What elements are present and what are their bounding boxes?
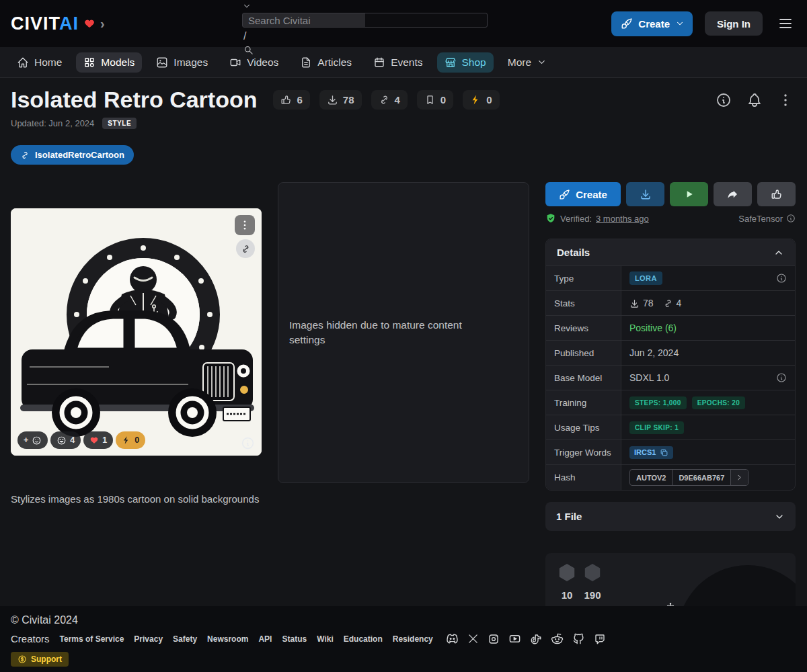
files-label: 1 File	[556, 511, 582, 522]
page-footer: © Civitai 2024 Creators Terms of Service…	[0, 606, 807, 672]
notify-button[interactable]	[744, 89, 765, 111]
nav-label: Shop	[462, 56, 486, 69]
image-options-button[interactable]	[235, 215, 255, 235]
thumb-up-icon	[771, 188, 783, 200]
footer-creators-link[interactable]: Creators	[11, 633, 50, 644]
bell-plus-icon	[746, 92, 763, 108]
footer-link-api[interactable]: API	[258, 634, 272, 644]
add-reaction-button[interactable]: +	[17, 431, 48, 449]
instagram-link[interactable]	[488, 633, 500, 645]
x-icon	[467, 633, 479, 644]
detail-row-usage: Usage Tips CLIP SKIP: 1	[546, 415, 795, 440]
twitch-link[interactable]	[594, 633, 606, 645]
footer-link-newsroom[interactable]: Newsroom	[207, 634, 248, 644]
chevron-down-icon[interactable]	[242, 1, 252, 11]
links-chip[interactable]: 4	[371, 90, 408, 110]
base-model-info-button[interactable]	[776, 372, 787, 383]
details-header[interactable]: Details	[546, 239, 795, 266]
search-input[interactable]	[242, 13, 488, 28]
trigger-word-badge[interactable]: IRCS1	[629, 446, 673, 459]
support-button[interactable]: Support	[11, 652, 69, 667]
footer-link-status[interactable]: Status	[282, 634, 307, 644]
top-header: CIVITAI › / Create Sign In	[0, 0, 807, 47]
youtube-icon	[508, 632, 521, 645]
verified-time-link[interactable]: 3 months ago	[596, 214, 649, 224]
updated-date: Updated: Jun 2, 2024	[11, 118, 94, 128]
laugh-icon	[56, 435, 67, 446]
type-info-button[interactable]	[776, 273, 787, 284]
detail-label: Reviews	[546, 316, 621, 340]
footer-link-safety[interactable]: Safety	[173, 634, 197, 644]
category-badge[interactable]: STYLE	[102, 118, 137, 129]
hash-expand-button[interactable]	[730, 470, 748, 485]
nav-item-more[interactable]: More	[500, 52, 554, 73]
nav-item-models[interactable]: Models	[76, 52, 142, 73]
copy-icon	[660, 448, 668, 457]
discord-link[interactable]	[446, 632, 459, 645]
reddit-icon	[551, 632, 564, 645]
bookmarks-chip[interactable]: 0	[417, 90, 453, 110]
footer-link-residency[interactable]: Residency	[393, 634, 433, 644]
create-button[interactable]: Create	[611, 11, 693, 36]
reviews-link[interactable]: Positive (6)	[629, 323, 677, 333]
nav-label: Events	[391, 56, 422, 69]
zap-reaction-chip[interactable]: 0	[116, 431, 145, 449]
search-icon[interactable]	[242, 44, 254, 56]
download-button[interactable]	[626, 182, 664, 206]
detail-row-training: Training STEPS: 1,000 EPOCHS: 20	[546, 390, 795, 415]
training-epochs-badge: EPOCHS: 20	[692, 396, 745, 409]
preview-column: + 4 1 0	[11, 182, 262, 505]
detail-row-type: Type LORA	[546, 266, 795, 291]
thumbs-up-button[interactable]	[757, 182, 796, 206]
calendar-icon	[373, 56, 385, 69]
support-label: Support	[31, 655, 62, 664]
chevron-right-icon	[735, 473, 744, 482]
model-preview-card[interactable]: + 4 1 0	[11, 208, 262, 456]
detail-row-reviews: Reviews Positive (6)	[546, 316, 795, 341]
civitai-logo[interactable]: CIVITAI ›	[11, 13, 105, 34]
hash-type[interactable]: AUTOV2	[630, 470, 672, 485]
info-circle-icon	[776, 372, 787, 383]
detail-row-trigger-words: Trigger Words IRCS1	[546, 440, 795, 465]
link-icon	[379, 94, 390, 106]
footer-link-terms[interactable]: Terms of Service	[60, 634, 124, 644]
training-steps-badge: STEPS: 1,000	[629, 396, 687, 409]
creator-card[interactable]: 10 190	[545, 553, 796, 606]
files-panel[interactable]: 1 File	[545, 502, 796, 531]
menu-button[interactable]	[775, 13, 796, 34]
youtube-link[interactable]	[508, 632, 521, 645]
footer-link-wiki[interactable]: Wiki	[317, 634, 334, 644]
likes-chip[interactable]: 6	[273, 90, 309, 110]
reddit-link[interactable]	[551, 632, 564, 645]
nav-item-images[interactable]: Images	[149, 52, 215, 73]
detail-label: Trigger Words	[546, 440, 621, 464]
sign-in-button[interactable]: Sign In	[705, 11, 763, 36]
footer-link-privacy[interactable]: Privacy	[134, 634, 163, 644]
nav-label: Models	[101, 56, 134, 69]
run-model-button[interactable]	[670, 182, 708, 206]
details-panel: Details Type LORA Stats	[545, 239, 796, 491]
image-icon	[156, 56, 168, 69]
verified-label: Verified:	[560, 214, 592, 224]
heart-reaction-chip[interactable]: 1	[83, 431, 113, 449]
detail-row-hash: Hash AUTOV2 D9E66AB767	[546, 465, 795, 490]
create-with-model-button[interactable]: Create	[545, 182, 621, 206]
image-info-button[interactable]	[241, 436, 255, 450]
github-link[interactable]	[572, 632, 585, 645]
info-button[interactable]	[713, 89, 734, 111]
hash-value[interactable]: D9E66AB767	[672, 470, 730, 485]
footer-link-education[interactable]: Education	[344, 634, 383, 644]
grid-icon	[83, 56, 95, 69]
model-tag-pill[interactable]: IsolatedRetroCartoon	[11, 145, 134, 165]
laugh-reaction-chip[interactable]: 4	[50, 431, 81, 449]
more-options-button[interactable]	[775, 89, 796, 111]
home-icon	[17, 56, 29, 69]
create-button-label: Create	[638, 18, 670, 30]
tiktok-link[interactable]	[530, 633, 542, 645]
dots-vertical-icon	[777, 92, 794, 108]
share-button[interactable]	[714, 182, 752, 206]
tips-chip[interactable]: 0	[463, 90, 499, 110]
nav-item-home[interactable]: Home	[9, 52, 69, 73]
x-twitter-link[interactable]	[467, 633, 479, 644]
downloads-chip[interactable]: 78	[319, 90, 362, 110]
